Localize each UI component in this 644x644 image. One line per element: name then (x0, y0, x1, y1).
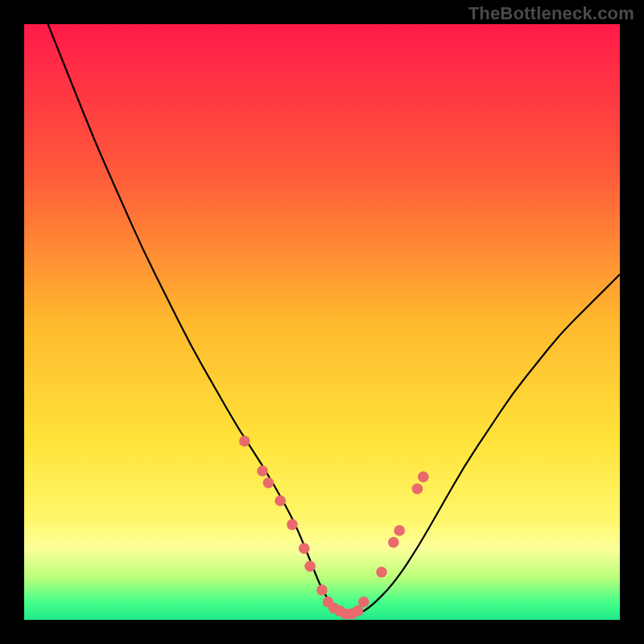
highlight-dot (394, 525, 405, 536)
highlight-dot (316, 584, 328, 596)
highlight-dot (376, 567, 387, 578)
highlight-dot (299, 543, 310, 554)
highlight-dot (412, 483, 423, 494)
highlight-dot (275, 495, 286, 506)
highlight-dot (358, 597, 369, 608)
highlight-dot (353, 605, 364, 617)
highlight-dot (418, 472, 429, 483)
highlight-dot (287, 519, 298, 530)
highlight-dot (263, 477, 275, 489)
highlight-dot (239, 436, 250, 447)
highlight-dot (257, 465, 268, 477)
chart-plot-area (24, 24, 620, 620)
watermark-label: TheBottleneck.com (469, 3, 634, 24)
outer-frame: TheBottleneck.com (0, 0, 644, 644)
highlight-dot (304, 561, 316, 572)
highlight-dot (388, 537, 399, 548)
gradient-background (24, 24, 620, 620)
chart-svg (24, 24, 620, 620)
